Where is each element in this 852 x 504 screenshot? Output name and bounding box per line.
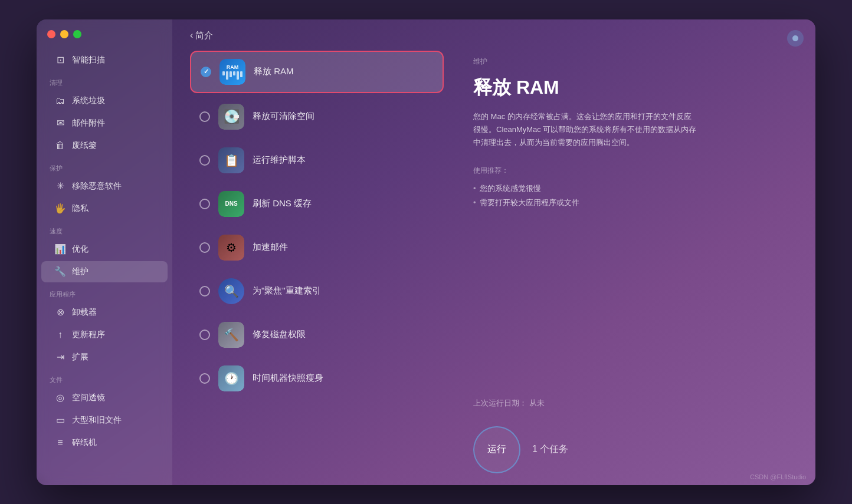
detail-footer: 运行 1 个任务 xyxy=(473,426,792,473)
task-item-free-space[interactable]: 💽 释放可清除空间 xyxy=(190,97,444,137)
main-content: ‹ 简介 RAM xyxy=(172,19,815,485)
section-label-protect: 保护 xyxy=(37,157,172,175)
recommend-item-2: 需要打开较大应用程序或文件 xyxy=(473,196,792,210)
space-lens-icon: ◎ xyxy=(54,392,66,404)
sidebar-item-system-junk[interactable]: 🗂 系统垃圾 xyxy=(41,90,168,111)
back-label: 简介 xyxy=(195,30,213,41)
sidebar-item-uninstaller[interactable]: ⊗ 卸载器 xyxy=(41,302,168,323)
extensions-icon: ⇥ xyxy=(54,351,66,363)
task-label-timemachine: 时间机器快照瘦身 xyxy=(253,373,323,384)
detail-last-run: 上次运行日期： 从未 xyxy=(473,398,792,409)
task-label-free-ram: 释放 RAM xyxy=(254,66,294,77)
sidebar-item-label: 更新程序 xyxy=(72,330,105,340)
task-icon-spotlight: 🔍 xyxy=(218,278,244,304)
status-dot-inner xyxy=(792,35,798,41)
traffic-lights xyxy=(47,30,81,38)
task-label-run-scripts: 运行维护脚本 xyxy=(253,154,306,166)
sidebar-item-label: 移除恶意软件 xyxy=(72,181,122,192)
sidebar-item-large-files[interactable]: ▭ 大型和旧文件 xyxy=(41,410,168,431)
sidebar-item-optimize[interactable]: 📊 优化 xyxy=(41,239,168,260)
task-label-repair-disk: 修复磁盘权限 xyxy=(253,329,306,340)
task-label-reindex-spotlight: 为"聚焦"重建索引 xyxy=(253,285,321,297)
task-icon-disk: 💽 xyxy=(218,104,244,130)
uninstaller-icon: ⊗ xyxy=(54,307,66,318)
main-body: RAM 释放 RAM xyxy=(172,41,815,485)
sidebar: ⊡ 智能扫描 清理 🗂 系统垃圾 ✉ 邮件附件 🗑 废纸篓 保护 ✳ 移除恶意软… xyxy=(37,19,172,485)
task-icon-mail: ⚙ xyxy=(218,235,244,261)
task-item-timemachine[interactable]: 🕐 时间机器快照瘦身 xyxy=(190,358,444,398)
task-radio-spotlight[interactable] xyxy=(199,286,210,297)
section-label-speed: 速度 xyxy=(37,220,172,238)
sidebar-item-malware[interactable]: ✳ 移除恶意软件 xyxy=(41,176,168,197)
task-icon-dns: DNS xyxy=(218,191,244,217)
task-icon-script: 📋 xyxy=(218,147,244,173)
status-dot xyxy=(787,30,804,47)
sidebar-item-label: 维护 xyxy=(72,266,89,277)
sidebar-item-privacy[interactable]: 🖐 隐私 xyxy=(41,198,168,219)
detail-title: 释放 RAM xyxy=(473,75,792,101)
watermark: CSDN @FLflStudio xyxy=(750,473,806,480)
sidebar-item-updater[interactable]: ↑ 更新程序 xyxy=(41,324,168,345)
task-item-free-ram[interactable]: RAM 释放 RAM xyxy=(190,51,444,93)
sidebar-item-trash[interactable]: 🗑 废纸篓 xyxy=(41,135,168,156)
task-item-flush-dns[interactable]: DNS 刷新 DNS 缓存 xyxy=(190,184,444,224)
section-label-apps: 应用程序 xyxy=(37,283,172,301)
back-arrow-icon: ‹ xyxy=(190,30,193,41)
detail-section-label: 维护 xyxy=(473,57,792,67)
task-list: RAM 释放 RAM xyxy=(172,51,456,485)
task-radio-repair-disk[interactable] xyxy=(199,330,210,340)
sidebar-item-label: 邮件附件 xyxy=(72,118,105,129)
mail-attachments-icon: ✉ xyxy=(54,117,66,129)
malware-icon: ✳ xyxy=(54,180,66,192)
detail-description: 您的 Mac 的内存经常被占满。这会让您的应用和打开的文件反应很慢。CleanM… xyxy=(473,110,697,149)
shredder-icon: ≡ xyxy=(54,437,66,449)
sidebar-item-label: 废纸篓 xyxy=(72,140,97,151)
sidebar-item-maintenance[interactable]: 🔧 维护 xyxy=(41,261,168,282)
optimize-icon: 📊 xyxy=(54,243,66,255)
section-label-files: 文件 xyxy=(37,368,172,387)
task-radio-free-ram[interactable] xyxy=(201,67,211,77)
sidebar-item-label: 优化 xyxy=(72,244,89,255)
sidebar-item-label: 智能扫描 xyxy=(72,55,105,65)
sidebar-item-extensions[interactable]: ⇥ 扩展 xyxy=(41,347,168,368)
app-window: ⊡ 智能扫描 清理 🗂 系统垃圾 ✉ 邮件附件 🗑 废纸篓 保护 ✳ 移除恶意软… xyxy=(37,19,815,485)
recommend-item-1: 您的系统感觉很慢 xyxy=(473,182,792,196)
task-radio-run-scripts[interactable] xyxy=(199,155,210,166)
sidebar-item-mail-attachments[interactable]: ✉ 邮件附件 xyxy=(41,113,168,134)
large-files-icon: ▭ xyxy=(54,414,66,426)
task-radio-speed-mail[interactable] xyxy=(199,242,210,253)
sidebar-item-label: 隐私 xyxy=(72,203,89,214)
sidebar-item-label: 卸载器 xyxy=(72,307,97,318)
back-button[interactable]: ‹ 简介 xyxy=(190,30,213,41)
task-label-speed-mail: 加速邮件 xyxy=(253,242,288,253)
system-junk-icon: 🗂 xyxy=(54,95,66,107)
close-button[interactable] xyxy=(47,30,55,38)
task-icon-ram: RAM xyxy=(219,59,245,85)
trash-icon: 🗑 xyxy=(54,140,66,151)
smart-scan-icon: ⊡ xyxy=(54,54,66,66)
updater-icon: ↑ xyxy=(54,329,66,341)
task-item-speed-mail[interactable]: ⚙ 加速邮件 xyxy=(190,228,444,268)
task-item-reindex-spotlight[interactable]: 🔍 为"聚焦"重建索引 xyxy=(190,271,444,311)
task-label-free-space: 释放可清除空间 xyxy=(253,111,314,122)
sidebar-item-shredder[interactable]: ≡ 碎纸机 xyxy=(41,432,168,453)
task-radio-flush-dns[interactable] xyxy=(199,199,210,209)
sidebar-item-smart-scan[interactable]: ⊡ 智能扫描 xyxy=(41,50,168,71)
minimize-button[interactable] xyxy=(60,30,68,38)
task-item-run-scripts[interactable]: 📋 运行维护脚本 xyxy=(190,140,444,180)
run-button[interactable]: 运行 xyxy=(473,426,520,473)
privacy-icon: 🖐 xyxy=(54,203,66,215)
task-icon-repair: 🔨 xyxy=(218,322,244,348)
maximize-button[interactable] xyxy=(73,30,81,38)
task-item-repair-disk[interactable]: 🔨 修复磁盘权限 xyxy=(190,315,444,355)
detail-recommend-label: 使用推荐： xyxy=(473,166,792,176)
sidebar-item-label: 空间透镜 xyxy=(72,393,105,403)
maintenance-icon: 🔧 xyxy=(54,266,66,278)
sidebar-item-label: 系统垃圾 xyxy=(72,95,105,106)
task-count-text: 1 个任务 xyxy=(532,443,568,456)
sidebar-item-label: 扩展 xyxy=(72,352,89,363)
task-radio-timemachine[interactable] xyxy=(199,373,210,384)
task-radio-free-space[interactable] xyxy=(199,111,210,122)
section-label-clean: 清理 xyxy=(37,71,172,90)
sidebar-item-space-lens[interactable]: ◎ 空间透镜 xyxy=(41,387,168,409)
